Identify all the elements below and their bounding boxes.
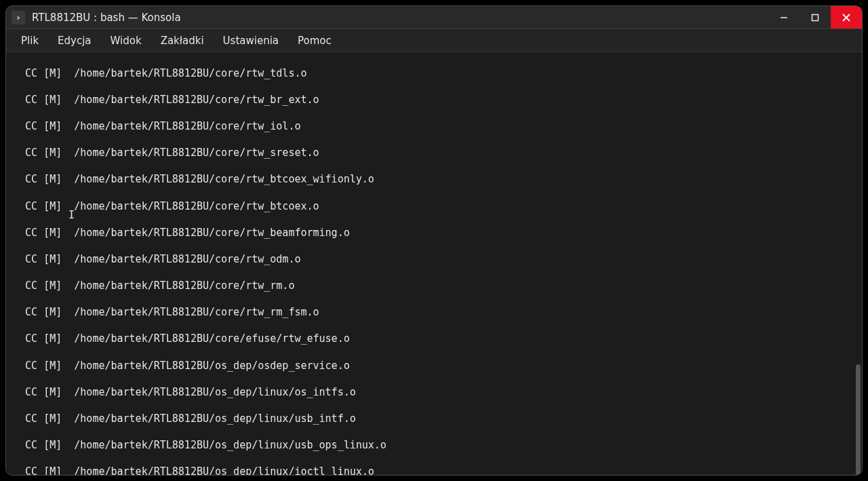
output-line: CC [M] /home/bartek/RTL8812BU/core/rtw_i…	[13, 120, 858, 134]
output-line: CC [M] /home/bartek/RTL8812BU/os_dep/lin…	[13, 439, 858, 453]
output-line: CC [M] /home/bartek/RTL8812BU/core/rtw_b…	[13, 94, 858, 107]
output-line: CC [M] /home/bartek/RTL8812BU/os_dep/osd…	[13, 360, 858, 373]
window-title: RTL8812BU : bash — Konsola	[32, 12, 181, 24]
output-line: CC [M] /home/bartek/RTL8812BU/os_dep/lin…	[13, 465, 858, 475]
titlebar[interactable]: › RTL8812BU : bash — Konsola	[6, 6, 862, 29]
close-button[interactable]	[831, 6, 862, 28]
menu-ustawienia[interactable]: Ustawienia	[223, 35, 279, 47]
output-line: CC [M] /home/bartek/RTL8812BU/os_dep/lin…	[13, 412, 858, 426]
scrollbar-thumb[interactable]	[856, 364, 861, 475]
output-line: CC [M] /home/bartek/RTL8812BU/core/rtw_b…	[13, 200, 858, 214]
menubar: Plik Edycja Widok Zakładki Ustawienia Po…	[6, 29, 862, 52]
output-line: CC [M] /home/bartek/RTL8812BU/os_dep/lin…	[13, 386, 858, 400]
output-line: CC [M] /home/bartek/RTL8812BU/core/rtw_s…	[13, 147, 858, 160]
output-line: CC [M] /home/bartek/RTL8812BU/core/efuse…	[13, 332, 858, 346]
app-window: › RTL8812BU : bash — Konsola Plik Edycja…	[5, 5, 863, 476]
maximize-button[interactable]	[800, 6, 831, 28]
output-line: CC [M] /home/bartek/RTL8812BU/core/rtw_r…	[13, 280, 858, 293]
menu-pomoc[interactable]: Pomoc	[298, 35, 332, 47]
minimize-button[interactable]	[768, 6, 800, 28]
output-line: CC [M] /home/bartek/RTL8812BU/core/rtw_b…	[13, 173, 858, 187]
window-controls	[768, 6, 862, 28]
menu-widok[interactable]: Widok	[111, 35, 142, 47]
menu-plik[interactable]: Plik	[21, 35, 39, 47]
terminal-viewport[interactable]: CC [M] /home/bartek/RTL8812BU/core/rtw_t…	[6, 52, 862, 475]
menu-zakladki[interactable]: Zakładki	[161, 35, 204, 47]
output-line: CC [M] /home/bartek/RTL8812BU/core/rtw_t…	[13, 67, 858, 81]
menu-edycja[interactable]: Edycja	[58, 35, 91, 47]
maximize-icon	[811, 14, 819, 22]
output-line: CC [M] /home/bartek/RTL8812BU/core/rtw_o…	[13, 253, 858, 267]
close-icon	[842, 14, 850, 22]
output-line: CC [M] /home/bartek/RTL8812BU/core/rtw_b…	[13, 227, 858, 240]
output-line: CC [M] /home/bartek/RTL8812BU/core/rtw_r…	[13, 306, 858, 320]
minimize-icon	[780, 14, 788, 22]
terminal-icon: ›	[12, 11, 25, 24]
svg-rect-1	[812, 14, 818, 20]
